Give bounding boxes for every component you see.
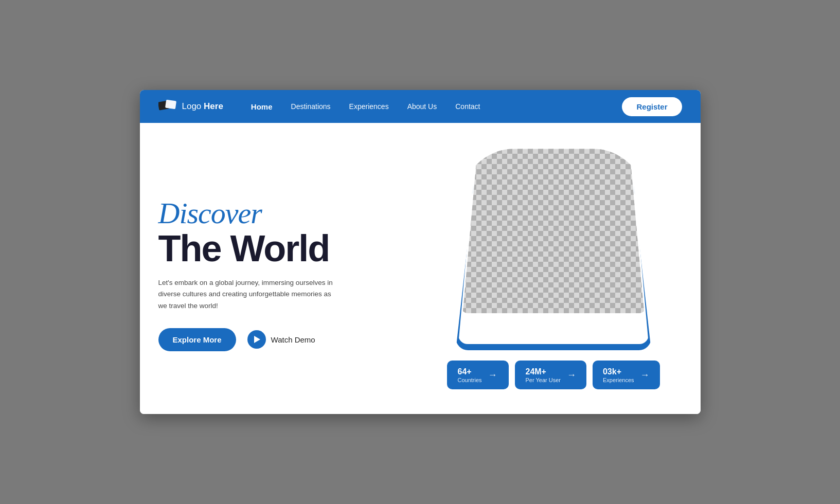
hero-title-discover: Discover xyxy=(158,197,415,230)
hero-title-world: The World xyxy=(158,230,415,267)
logo-area: Logo Here xyxy=(158,99,223,114)
stat-arrow-icon-3: → xyxy=(640,370,650,381)
hero-left: Discover The World Let's embark on a glo… xyxy=(158,143,415,389)
stat-arrow-icon-2: → xyxy=(567,370,576,381)
browser-window: Logo Here Home Destinations Experiences … xyxy=(140,90,701,413)
explore-more-button[interactable]: Explore More xyxy=(158,328,236,351)
svg-rect-1 xyxy=(165,100,176,110)
image-placeholder xyxy=(461,149,646,313)
stat-users: 24M+ Per Year User → xyxy=(515,361,586,389)
checker-pattern xyxy=(461,149,646,313)
stat-countries-number: 64+ xyxy=(457,367,481,376)
hero-section: Discover The World Let's embark on a glo… xyxy=(140,123,701,413)
stat-arrow-icon: → xyxy=(488,370,497,381)
hero-actions: Explore More Watch Demo xyxy=(158,328,415,351)
logo-text: Logo Here xyxy=(182,101,223,112)
play-icon xyxy=(247,330,266,349)
watch-demo-button[interactable]: Watch Demo xyxy=(247,330,315,349)
hero-right: 64+ Countries → 24M+ Per Year User → 03k… xyxy=(425,143,682,389)
stat-experiences-number: 03k+ xyxy=(603,367,634,376)
stat-users-label: Per Year User xyxy=(525,377,560,383)
navbar: Logo Here Home Destinations Experiences … xyxy=(140,90,701,123)
hero-description: Let's embark on a global journey, immers… xyxy=(158,277,333,312)
stats-row: 64+ Countries → 24M+ Per Year User → 03k… xyxy=(425,361,682,389)
watch-demo-label: Watch Demo xyxy=(271,335,315,344)
nav-home[interactable]: Home xyxy=(244,99,280,114)
nav-contact[interactable]: Contact xyxy=(448,99,487,114)
nav-experiences[interactable]: Experiences xyxy=(342,99,396,114)
stat-users-number: 24M+ xyxy=(525,367,560,376)
image-frame xyxy=(440,149,667,344)
stat-experiences-label: Experiences xyxy=(603,377,634,383)
stat-countries-label: Countries xyxy=(457,377,481,383)
register-button[interactable]: Register xyxy=(622,97,682,116)
stat-countries: 64+ Countries → xyxy=(447,361,509,389)
nav-about[interactable]: About Us xyxy=(400,99,444,114)
logo-icon xyxy=(158,99,177,114)
nav-links: Home Destinations Experiences About Us C… xyxy=(244,99,622,114)
nav-destinations[interactable]: Destinations xyxy=(284,99,338,114)
stat-experiences: 03k+ Experiences → xyxy=(593,361,660,389)
